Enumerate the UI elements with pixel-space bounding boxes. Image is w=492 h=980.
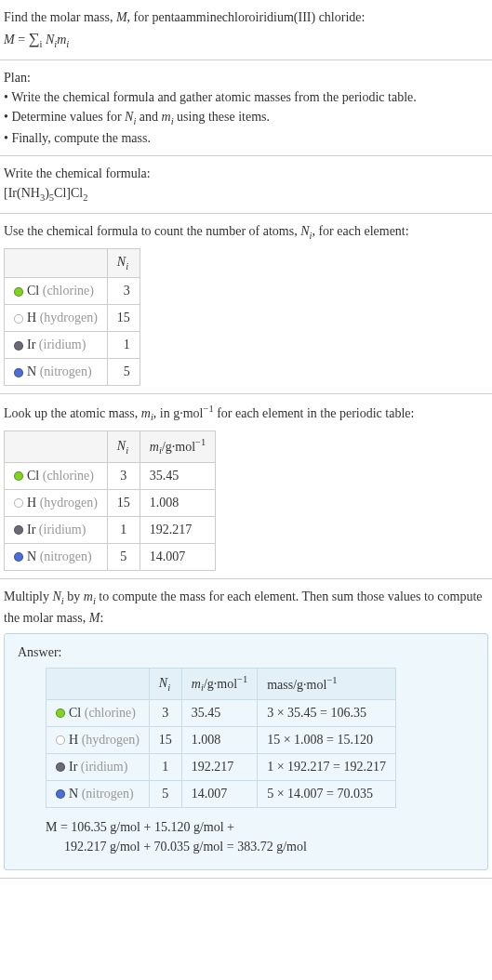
answer-box: Answer: Ni mi/g·mol−1 mass/g·mol−1 Cl (c…: [4, 633, 488, 869]
m-cell: 1.008: [140, 489, 215, 516]
el-sym: Ir: [69, 760, 77, 774]
n-cell: 15: [107, 304, 140, 331]
hunit: /g·mol: [162, 440, 195, 454]
el-cell: N (nitrogen): [47, 780, 150, 807]
n-cell: 1: [149, 753, 181, 780]
m-cell: 192.217: [140, 516, 215, 543]
m-Ni: N: [53, 589, 61, 603]
n-cell: 5: [107, 358, 140, 385]
hdr-mi: mi/g·mol−1: [181, 669, 257, 699]
el-cell: Ir (iridium): [5, 331, 108, 358]
el-sym: N: [27, 364, 36, 378]
n-cell: 5: [107, 543, 140, 570]
Ni: N: [46, 33, 54, 46]
answer-table: Ni mi/g·mol−1 mass/g·mol−1 Cl (chlorine)…: [46, 668, 396, 807]
ami: m: [192, 677, 201, 691]
n-cell: 1: [107, 331, 140, 358]
n-cell: 3: [107, 277, 140, 304]
answer-label: Answer:: [18, 645, 474, 660]
table-row: Ir (iridium)1192.217: [5, 516, 216, 543]
hdr-ni: Ni: [107, 431, 140, 462]
sigma: ∑: [29, 30, 40, 47]
element-dot-icon: [56, 789, 65, 799]
final2: 192.217 g/mol + 70.035 g/mol = 383.72 g/…: [64, 840, 307, 854]
sigma-sub: i: [40, 39, 43, 49]
mi: m: [57, 33, 66, 46]
element-dot-icon: [14, 552, 23, 562]
final1: M = 106.35 g/mol + 15.120 g/mol +: [46, 820, 234, 834]
hdr-ni-sub: i: [126, 261, 128, 271]
clb: , for each element:: [312, 224, 408, 238]
b2b: and: [136, 110, 161, 124]
count-table: Ni Cl (chlorine)3 H (hydrogen)15 Ir (iri…: [4, 248, 140, 386]
mass-cell: 1 × 192.217 = 192.217: [258, 753, 396, 780]
count-line: Use the chemical formula to count the nu…: [4, 221, 488, 244]
el-cell: Cl (chlorine): [5, 462, 108, 489]
table-row: Ir (iridium)1192.2171 × 192.217 = 192.21…: [47, 753, 396, 780]
table-header-row: Ni: [5, 249, 140, 278]
table-row: N (nitrogen)5: [5, 358, 140, 385]
element-dot-icon: [56, 735, 65, 745]
m-cell: 35.45: [181, 699, 257, 726]
n-cell: 15: [149, 726, 181, 753]
el-cell: N (nitrogen): [5, 543, 108, 570]
cf1: [Ir(NH: [4, 186, 40, 200]
anis: i: [167, 682, 170, 692]
eq: =: [15, 33, 29, 46]
ll-neg1: −1: [203, 404, 213, 414]
lookup-line: Look up the atomic mass, mi, in g·mol−1 …: [4, 402, 488, 425]
table-header-row: Ni mi/g·mol−1 mass/g·mol−1: [47, 669, 396, 699]
plan-section: Plan: • Write the chemical formula and g…: [0, 60, 492, 157]
el-cell: Cl (chlorine): [47, 699, 150, 726]
amneg: −1: [326, 675, 337, 685]
el-name: (hydrogen): [40, 311, 98, 324]
final-line: M = 106.35 g/mol + 15.120 g/mol + 192.21…: [46, 817, 474, 856]
element-dot-icon: [56, 762, 65, 772]
mass-cell: 15 × 1.008 = 15.120: [258, 726, 396, 753]
el-cell: Ir (iridium): [5, 516, 108, 543]
element-dot-icon: [14, 471, 23, 481]
el-cell: H (hydrogen): [47, 726, 150, 753]
multiply-section: Multiply Ni by mi to compute the mass fo…: [0, 579, 492, 879]
chem-section: Write the chemical formula: [Ir(NH3)5Cl]…: [0, 156, 492, 214]
element-dot-icon: [14, 525, 23, 535]
hdr-blank: [5, 249, 108, 278]
table-row: Ir (iridium)1: [5, 331, 140, 358]
el-name: (hydrogen): [40, 496, 98, 510]
plan-bullet-3: • Finally, compute the mass.: [4, 128, 488, 148]
el-sym: N: [69, 787, 78, 801]
mass-cell: 5 × 14.007 = 70.035: [258, 780, 396, 807]
chem-title: Write the chemical formula:: [4, 164, 488, 183]
mult-line: Multiply Ni by mi to compute the mass fo…: [4, 587, 488, 629]
element-dot-icon: [14, 287, 23, 297]
table-row: N (nitrogen)514.007: [5, 543, 216, 570]
n-cell: 3: [107, 462, 140, 489]
m-cell: 1.008: [181, 726, 257, 753]
hdr-ni: Ni: [107, 249, 140, 278]
aneg: −1: [237, 674, 247, 684]
el-sym: Cl: [69, 706, 81, 720]
intro-formula: M = ∑i Nimi: [4, 27, 488, 52]
plan-bullet-1: • Write the chemical formula and gather …: [4, 87, 488, 107]
ani: N: [159, 676, 167, 690]
table-row: Cl (chlorine)335.45: [5, 462, 216, 489]
llb: , in g·mol: [153, 406, 204, 420]
table-row: H (hydrogen)151.00815 × 1.008 = 15.120: [47, 726, 396, 753]
lookup-table: Ni mi/g·mol−1 Cl (chlorine)335.45 H (hyd…: [4, 430, 216, 570]
hdr-ni-sym: N: [117, 255, 126, 269]
answer-content: Ni mi/g·mol−1 mass/g·mol−1 Cl (chlorine)…: [18, 668, 474, 855]
m-cell: 192.217: [181, 753, 257, 780]
el-sym: H: [27, 496, 36, 510]
m-cell: 14.007: [140, 543, 215, 570]
hdr-blank: [47, 669, 150, 699]
count-section: Use the chemical formula to count the nu…: [0, 214, 492, 394]
cfs3: 2: [83, 192, 87, 203]
el-cell: H (hydrogen): [5, 489, 108, 516]
hdr-mi: mi/g·mol−1: [140, 431, 215, 462]
element-dot-icon: [14, 498, 23, 508]
b2-mi: m: [162, 110, 171, 124]
M: M: [4, 33, 15, 46]
mi-sub: i: [66, 39, 69, 49]
el-name: (nitrogen): [40, 550, 92, 563]
plan-title: Plan:: [4, 68, 488, 87]
